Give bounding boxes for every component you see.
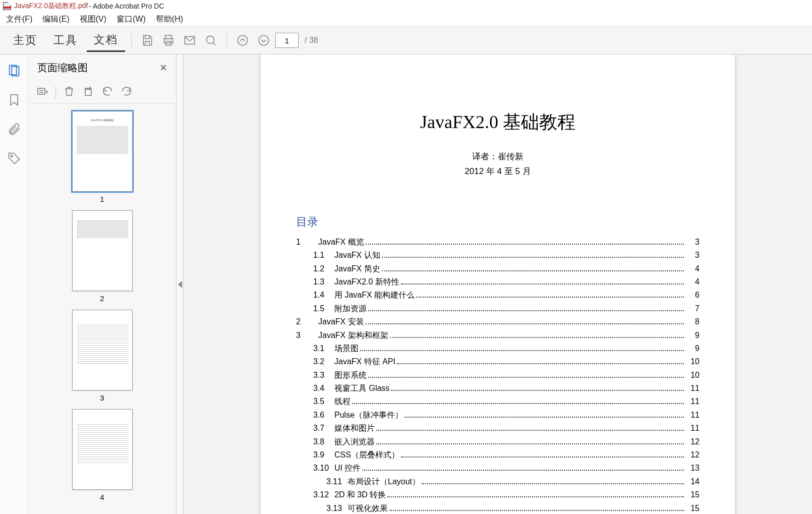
toc-number: 3 — [296, 329, 318, 342]
toc-page: 4 — [685, 262, 700, 275]
toc-number: 1 — [296, 236, 318, 249]
toc-entry[interactable]: 1JavaFX 概览3 — [296, 236, 700, 249]
toc-leader — [422, 483, 684, 484]
toc-number: 3.3 — [296, 369, 334, 382]
svg-rect-10 — [38, 88, 45, 94]
toc-page: 10 — [685, 355, 700, 368]
attachment-icon[interactable] — [7, 122, 21, 136]
menu-edit[interactable]: 编辑(E) — [42, 14, 69, 25]
search-icon[interactable] — [201, 31, 220, 50]
toc-entry[interactable]: 3.3图形系统10 — [296, 369, 700, 382]
toc-page: 6 — [685, 289, 700, 302]
bookmark-icon[interactable] — [7, 93, 21, 107]
menu-view[interactable]: 视图(V) — [80, 14, 106, 25]
toc-title: 嵌入浏览器 — [334, 435, 375, 448]
toc-leader — [401, 456, 684, 458]
toc-entry[interactable]: 3.122D 和 3D 转换15 — [296, 488, 700, 501]
title-app: - Adobe Acrobat Pro DC — [87, 2, 164, 10]
thumbnail-list[interactable]: JavaFX2.0 基础教程1234 — [28, 104, 176, 514]
options-icon[interactable] — [36, 85, 48, 99]
menu-window[interactable]: 窗口(W) — [117, 14, 146, 25]
toc-entry[interactable]: 3.4视窗工具 Glass11 — [296, 382, 700, 395]
toc-title: 视窗工具 Glass — [334, 382, 389, 395]
toc-number: 3.12 — [296, 488, 334, 501]
toc-number: 1.3 — [296, 275, 334, 289]
thumbnail[interactable]: 3 — [72, 310, 133, 402]
toc-entry[interactable]: 3.8嵌入浏览器12 — [296, 435, 700, 448]
toc-page: 13 — [685, 462, 700, 475]
toc-title: 可视化效果 — [347, 502, 388, 514]
rotate-icon[interactable] — [82, 85, 94, 99]
thumbnails-icon[interactable] — [7, 64, 21, 78]
toc-entry[interactable]: 1.4用 JavaFX 能构建什么6 — [296, 289, 700, 302]
toc-entry[interactable]: 1.2JavaFX 简史4 — [296, 262, 700, 275]
save-icon[interactable] — [138, 31, 157, 50]
toc-page: 9 — [685, 342, 700, 355]
toc-entry[interactable]: 3.11布局设计（Layout）14 — [296, 475, 700, 488]
toc-entry[interactable]: 3.6Pulse（脉冲事件）11 — [296, 409, 700, 422]
page-down-icon[interactable] — [254, 31, 273, 50]
page-up-icon[interactable] — [233, 31, 252, 50]
toc-heading: 目录 — [296, 214, 700, 230]
doc-date: 2012 年 4 至 5 月 — [296, 164, 700, 179]
toc-entry[interactable]: 2JavaFX 安装8 — [296, 315, 700, 328]
delete-icon[interactable] — [63, 85, 75, 99]
toc-entry[interactable]: 3.1场景图9 — [296, 342, 700, 355]
toc-entry[interactable]: 3.10UI 控件13 — [296, 462, 700, 475]
toc-page: 12 — [685, 435, 700, 448]
toc-number: 3.11 — [296, 475, 347, 488]
toc-entry[interactable]: 3JavaFX 架构和框架9 — [296, 329, 700, 342]
thumbnail-page — [72, 409, 133, 490]
tag-icon[interactable] — [7, 151, 21, 165]
tab-tools[interactable]: 工具 — [46, 30, 85, 51]
thumbnail[interactable]: JavaFX2.0 基础教程1 — [72, 111, 133, 203]
close-icon[interactable]: × — [160, 61, 167, 75]
toc-entry[interactable]: 3.13可视化效果15 — [296, 502, 700, 514]
title-filename: JavaFX2.0基础教程.pdf — [14, 2, 88, 11]
thumbnail[interactable]: 4 — [72, 409, 133, 501]
toc-number: 3.6 — [296, 409, 334, 422]
page-total: / 38 — [305, 36, 318, 45]
separator — [226, 33, 227, 48]
toc-title: JavaFX 认知 — [334, 249, 380, 262]
main-area: 页面缩略图 × JavaFX2.0 基础教程1234 JavaFX2.0 基础教… — [0, 54, 812, 514]
toc-entry[interactable]: 3.2JavaFX 特征 API10 — [296, 355, 700, 368]
thumbnail-label: 1 — [72, 195, 133, 203]
toc-entry[interactable]: 3.9CSS（层叠样式）12 — [296, 448, 700, 462]
toc-title: JavaFX 安装 — [318, 315, 364, 328]
thumbnails-panel: 页面缩略图 × JavaFX2.0 基础教程1234 — [28, 54, 177, 514]
menu-help[interactable]: 帮助(H) — [156, 14, 183, 25]
toc-entry[interactable]: 1.3JavaFX2.0 新特性4 — [296, 275, 700, 289]
pdf-icon — [3, 2, 11, 10]
svg-rect-3 — [185, 36, 195, 44]
mail-icon[interactable] — [180, 31, 199, 50]
separator — [131, 33, 132, 48]
menu-file[interactable]: 文件(F) — [6, 14, 32, 25]
thumbnail[interactable]: 2 — [72, 210, 133, 303]
toc-leader — [391, 390, 684, 391]
toc-number: 2 — [296, 315, 318, 328]
thumbnail-label: 4 — [72, 493, 133, 501]
toc-title: Pulse（脉冲事件） — [334, 409, 403, 422]
toc-title: JavaFX 简史 — [334, 262, 380, 275]
toc-entry[interactable]: 3.7媒体和图片11 — [296, 422, 700, 435]
toc-page: 11 — [685, 409, 700, 422]
tab-document[interactable]: 文档 — [87, 29, 125, 52]
toc-title: 媒体和图片 — [334, 422, 375, 435]
print-icon[interactable] — [159, 31, 178, 50]
page-number-input[interactable] — [275, 33, 299, 48]
toc-page: 12 — [685, 448, 700, 462]
collapse-handle[interactable] — [177, 54, 184, 514]
toc-entry[interactable]: 1.1JavaFX 认知3 — [296, 249, 700, 262]
document-viewer[interactable]: JavaFX2.0 基础教程 译者：崔传新 2012 年 4 至 5 月 目录 … — [184, 54, 812, 514]
tab-home[interactable]: 主页 — [6, 30, 44, 51]
toc-title: JavaFX2.0 新特性 — [334, 275, 399, 289]
undo-icon[interactable] — [101, 85, 113, 99]
toc-page: 15 — [685, 502, 700, 514]
separator — [55, 86, 56, 99]
redo-icon[interactable] — [121, 85, 133, 99]
toc-title: 场景图 — [334, 342, 359, 355]
toc-entry[interactable]: 1.5附加资源7 — [296, 302, 700, 315]
toc-entry[interactable]: 3.5线程11 — [296, 395, 700, 408]
menu-bar: 文件(F) 编辑(E) 视图(V) 窗口(W) 帮助(H) — [0, 12, 812, 26]
